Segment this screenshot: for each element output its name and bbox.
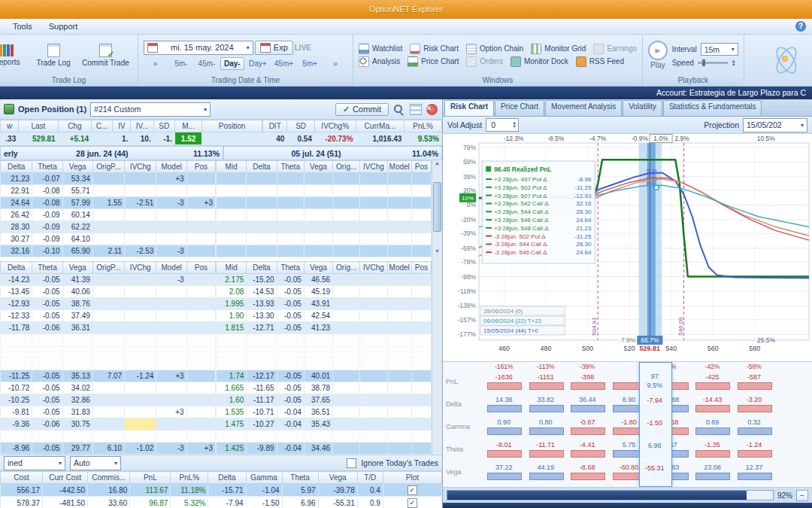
table-row[interactable]: -12.93-0.0538.76	[1, 298, 216, 310]
column-header[interactable]: DIT	[263, 120, 287, 132]
table-row[interactable]: -10.25-0.0532.86	[1, 394, 216, 406]
plot-checkbox[interactable]: ✓	[408, 498, 417, 508]
time-step-button[interactable]: »	[323, 57, 347, 70]
speed-slider[interactable]	[698, 62, 728, 64]
column-header[interactable]: PnL	[130, 472, 171, 484]
table-row[interactable]: 1.475-10.27-0.0435.43	[217, 418, 432, 430]
column-header[interactable]: Pos	[186, 161, 215, 173]
plot-checkbox[interactable]: ✓	[408, 485, 417, 495]
table-row[interactable]: 1.535-10.71-0.0436.51	[217, 406, 432, 418]
time-step-button[interactable]: 5m+	[298, 57, 322, 70]
table-row[interactable]	[217, 334, 432, 346]
table-row[interactable]: 30.27-0.0964.10	[1, 233, 216, 245]
time-step-button[interactable]: Day-	[220, 57, 244, 70]
table-row[interactable]	[1, 346, 216, 358]
column-header[interactable]: OrigP...	[92, 262, 124, 274]
time-step-button[interactable]: 45m-	[195, 57, 219, 70]
column-header[interactable]: M...	[174, 120, 201, 132]
column-header[interactable]: Delta	[247, 161, 277, 173]
table-row[interactable]	[217, 209, 432, 221]
table-row[interactable]: .33529.81+5.141.10.-1.1.52	[1, 132, 262, 145]
projection-date-input[interactable]: 15/05/202 ▾	[743, 118, 807, 132]
table-row[interactable]	[217, 358, 432, 370]
table-row[interactable]: 1.665-11.65-0.0538.78	[217, 382, 432, 394]
column-header[interactable]: Pos	[411, 262, 431, 274]
table-row[interactable]: -11.25-0.0535.137.07-1.24+3	[1, 370, 216, 382]
collapse-icon[interactable]: −	[796, 490, 808, 501]
ribbon-button-analysis[interactable]: Analysis	[359, 56, 400, 67]
chain-scrollbar[interactable]: ▲ ▼	[432, 160, 442, 455]
table-row[interactable]	[217, 197, 432, 209]
table-row[interactable]	[217, 173, 432, 185]
ribbon-button-monitor-grid[interactable]: Monitor Grid	[531, 44, 586, 54]
column-header[interactable]: Vega	[318, 472, 357, 484]
table-row[interactable]	[217, 233, 432, 245]
tab-volatility[interactable]: Volatility	[623, 100, 662, 116]
column-header[interactable]: Position	[202, 120, 262, 132]
column-header[interactable]: Commis...	[88, 472, 130, 484]
column-header[interactable]: SD	[287, 120, 314, 132]
commit-button[interactable]: ✓ Commit	[335, 103, 389, 116]
column-header[interactable]: Vega	[62, 262, 92, 274]
help-icon[interactable]: ?	[795, 21, 806, 32]
column-header[interactable]: PnL%	[404, 120, 442, 132]
column-header[interactable]: Gamma	[246, 472, 282, 484]
commit-trade-button[interactable]: ✓ Commit Trade	[79, 43, 132, 68]
column-header[interactable]: Theta	[282, 472, 318, 484]
table-row[interactable]: 578.37-481.5033.6096.875.32%-7.94-1.506.…	[1, 497, 442, 508]
auto-select[interactable]: Auto ▾	[70, 456, 121, 470]
trading-date-input[interactable]: mi. 15 may. 2024 ▾	[144, 41, 253, 55]
table-row[interactable]: -9.81-0.0531.83+3	[1, 406, 216, 418]
column-header[interactable]: CurrMa...	[356, 120, 404, 132]
table-row[interactable]: 2.175-15.20-0.0546.56	[217, 274, 432, 286]
table-row[interactable]: -10.72-0.0534.02	[1, 382, 216, 394]
table-row[interactable]: -12.33-0.0537.49	[1, 310, 216, 322]
ribbon-button-price-chart[interactable]: Price Chart	[408, 56, 459, 67]
table-row[interactable]: -13.45-0.0540.06	[1, 286, 216, 298]
column-header[interactable]: Mid	[217, 262, 247, 274]
table-row[interactable]	[217, 346, 432, 358]
expiry-header-jul[interactable]: 05 jul. 24 (51) 11.04%	[223, 146, 442, 160]
ribbon-button-risk-chart[interactable]: Risk Chart	[410, 44, 459, 54]
table-row[interactable]	[1, 358, 216, 370]
column-header[interactable]: PnL%	[171, 472, 208, 484]
table-row[interactable]: 2.08-14.53-0.0545.19	[217, 286, 432, 298]
table-row[interactable]: 1.74-12.17-0.0540.01	[217, 370, 432, 382]
trade-log-button[interactable]: Trade Log	[32, 43, 74, 68]
table-row[interactable]	[217, 245, 432, 257]
column-header[interactable]: Delta	[208, 472, 246, 484]
column-header[interactable]: Theta	[277, 161, 304, 173]
menu-item-tools[interactable]: Tools	[6, 21, 39, 32]
tab-risk-chart[interactable]: Risk Chart	[444, 100, 494, 116]
table-row[interactable]: 32.16-0.1065.902.11-2.53-3	[1, 245, 216, 257]
tab-movement-analysis[interactable]: Movement Analysis	[545, 100, 622, 116]
ribbon-button-rss-feed[interactable]: RSS Feed	[576, 56, 624, 67]
table-row[interactable]	[1, 334, 216, 346]
risk-chart[interactable]: 79%59%39%20%0%-20%-39%-59%-78%-98%-118%-…	[443, 134, 812, 362]
column-header[interactable]: Pos	[186, 262, 215, 274]
column-header[interactable]: Vega	[304, 262, 332, 274]
time-step-button[interactable]: 5m-	[169, 57, 193, 70]
spinner-arrows[interactable]: ▲▼	[512, 121, 517, 129]
expiry-header-jun[interactable]: erly 28 jun. 24 (44) 11.13%	[0, 146, 223, 160]
column-header[interactable]: Plot	[383, 472, 441, 484]
column-header[interactable]: Model	[156, 262, 186, 274]
play-button[interactable]: ▶ Play	[648, 41, 668, 69]
view-mode-select[interactable]: ined ▾	[4, 456, 65, 470]
column-header[interactable]: Chg	[58, 120, 91, 132]
column-header[interactable]: Delta	[247, 262, 277, 274]
column-header[interactable]: IVChg	[360, 161, 387, 173]
table-row[interactable]: -8.96-0.0529.776.10-1.02-3+3	[1, 443, 216, 455]
column-header[interactable]: C...	[92, 120, 113, 132]
table-row[interactable]: 1.995-13.93-0.0543.91	[217, 298, 432, 310]
column-header[interactable]: Orig...	[333, 161, 360, 173]
table-row[interactable]: 1.815-12.71-0.0541.23	[217, 322, 432, 334]
time-step-button[interactable]: 45m+	[271, 57, 296, 70]
column-header[interactable]: Cost	[1, 472, 43, 484]
menu-item-support[interactable]: Support	[42, 21, 85, 32]
ribbon-button-watchlist[interactable]: Watchlist	[359, 44, 402, 54]
column-header[interactable]: w	[1, 120, 19, 132]
tab-statistics-fundamentals[interactable]: Statistics & Fundamentals	[663, 100, 762, 116]
table-row[interactable]: -11.78-0.0636.31	[1, 322, 216, 334]
column-header[interactable]: Mid	[217, 161, 247, 173]
